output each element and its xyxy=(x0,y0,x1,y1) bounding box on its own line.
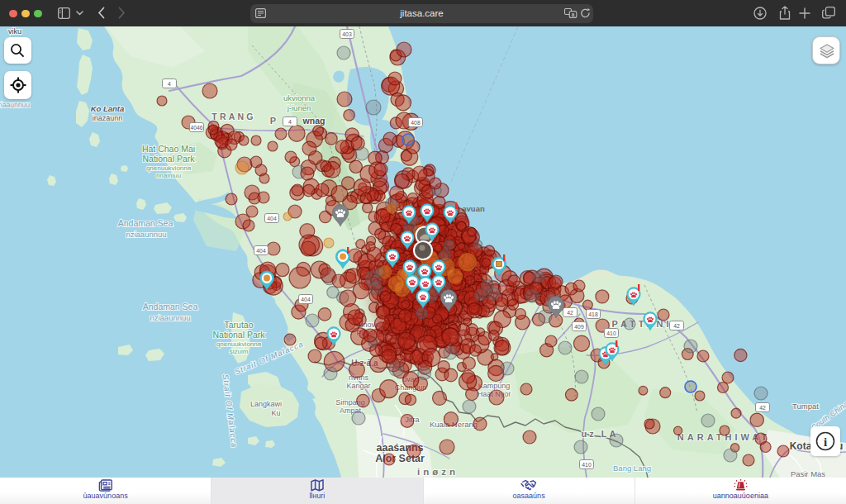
svg-text:Bang Lang: Bang Lang xyxy=(613,464,651,473)
svg-text:4: 4 xyxy=(288,119,292,125)
svg-text:qnenuukvionnя: qnenuukvionnя xyxy=(146,164,191,172)
svg-text:Ko Lanta: Ko Lanta xyxy=(91,104,125,113)
svg-text:P: P xyxy=(270,116,280,126)
svg-text:a: a xyxy=(572,12,575,17)
svg-text:ukvionna: ukvionna xyxy=(283,93,316,102)
svg-text:404: 404 xyxy=(267,216,277,221)
svg-text:wnag: wnag xyxy=(302,116,326,126)
svg-text:Tumpat: Tumpat xyxy=(792,402,819,411)
svg-text:nziaaunnuu: nziaaunnuu xyxy=(150,313,190,322)
svg-text:nnainiuu: nnainiuu xyxy=(156,172,181,179)
svg-text:410: 410 xyxy=(582,462,592,468)
svg-text:Hat Chao Mai: Hat Chao Mai xyxy=(142,144,195,154)
svg-text:nziaaunnuu: nziaaunnuu xyxy=(126,230,166,239)
svg-text:403: 403 xyxy=(342,31,352,37)
svg-text:42: 42 xyxy=(567,310,573,316)
svg-text:j-iunen: j-iunen xyxy=(287,103,311,112)
svg-text:inøzn: inøzn xyxy=(417,467,459,477)
svg-text:4046: 4046 xyxy=(190,125,202,131)
svg-text:418: 418 xyxy=(588,311,598,317)
svg-text:qnenuukvionnя: qnenuukvionnя xyxy=(216,340,261,348)
svg-text:Kampung: Kampung xyxy=(478,382,511,390)
svg-text:Andaman Sea: Andaman Sea xyxy=(143,302,198,311)
svg-text:National Park: National Park xyxy=(212,330,265,340)
svg-text:Pasir Mas: Pasir Mas xyxy=(791,469,825,478)
svg-text:National Park: National Park xyxy=(142,154,195,164)
svg-text:avuan: avuan xyxy=(462,204,485,213)
svg-text:4: 4 xyxy=(168,81,171,87)
svg-text:i: i xyxy=(824,435,827,449)
svg-text:Kangar: Kangar xyxy=(346,382,370,390)
svg-text:409: 409 xyxy=(574,324,584,330)
svg-text:Langkawi: Langkawi xyxy=(250,400,282,408)
svg-text:42: 42 xyxy=(673,323,680,329)
svg-text:sizuim: sizuim xyxy=(230,348,249,355)
svg-text:42: 42 xyxy=(759,405,766,411)
svg-text:404: 404 xyxy=(256,248,266,254)
svg-text:TRANG: TRANG xyxy=(212,112,255,121)
svg-text:408: 408 xyxy=(411,120,421,126)
svg-text:inazäunn: inazäunn xyxy=(93,114,123,122)
svg-text:nziaaunnuu: nziaaunnuu xyxy=(0,101,30,109)
svg-text:410: 410 xyxy=(606,330,616,336)
svg-text:Tarutao: Tarutao xyxy=(224,320,253,330)
svg-text:viku: viku xyxy=(8,27,21,36)
svg-text:Andaman Sea: Andaman Sea xyxy=(118,218,173,228)
svg-text:404: 404 xyxy=(301,297,311,302)
svg-text:Ku: Ku xyxy=(271,409,280,417)
